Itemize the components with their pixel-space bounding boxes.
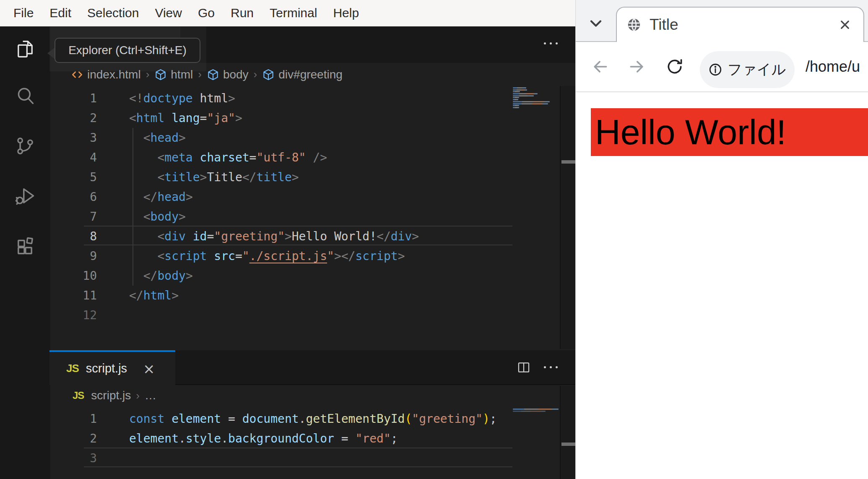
minimap-line [513, 89, 527, 91]
code-line-4: <meta charset="utf-8" /> [129, 148, 327, 167]
tab-label: script.js [86, 362, 127, 375]
tab-script-js[interactable]: JS script.js × [49, 350, 175, 385]
tooltip-arrow [47, 47, 55, 59]
activity-bar [0, 26, 50, 479]
vscode-menubar: FileEditSelectionViewGoRunTerminalHelp [0, 0, 575, 26]
menu-item-help[interactable]: Help [325, 6, 367, 20]
explorer-icon[interactable] [14, 38, 36, 60]
code-line-2: element.style.backgroundColor = "red"; [129, 429, 398, 448]
line-number: 1 [63, 409, 97, 429]
line-number: 7 [63, 207, 97, 226]
editor-more-actions-button[interactable] [544, 42, 558, 44]
minimap-line [513, 95, 534, 96]
code-line-8: <div id="greeting">Hello World!</div> [129, 226, 419, 246]
browser-tab-close-icon[interactable] [837, 17, 852, 32]
split-editor-button[interactable] [517, 360, 531, 375]
panel-minimap[interactable] [513, 409, 560, 412]
extensions-icon[interactable] [14, 236, 36, 258]
breadcrumb-item-div-greeting[interactable]: div#greeting [278, 68, 343, 81]
js-file-icon: JS [73, 390, 84, 401]
breadcrumb-item-body[interactable]: body [223, 68, 249, 81]
minimap-line [513, 91, 520, 92]
screenshot-root: FileEditSelectionViewGoRunTerminalHelp [0, 0, 868, 479]
line-number: 8 [63, 226, 97, 246]
search-icon[interactable] [14, 85, 36, 107]
line-number: 2 [63, 429, 97, 448]
symbol-cube-icon [262, 68, 275, 81]
browser-tab-title[interactable]: Title [616, 7, 864, 42]
menu-item-file[interactable]: File [5, 6, 42, 20]
explorer-tooltip: Explorer (Ctrl+Shift+E) [55, 38, 200, 63]
line-number: 3 [63, 448, 97, 468]
line-number: 12 [63, 305, 97, 325]
line-number: 6 [63, 187, 97, 207]
minimap-line [513, 103, 548, 104]
minimap-line [513, 93, 538, 94]
line-number: 11 [63, 286, 97, 305]
greeting-div: Hello World! [591, 108, 868, 156]
minimap[interactable] [513, 87, 560, 109]
file-scheme-chip: ファイル [728, 60, 786, 79]
forward-button-icon[interactable] [628, 57, 646, 76]
line-number: 9 [63, 246, 97, 266]
code-line-7: <body> [129, 207, 186, 226]
code-line-3: <head> [129, 128, 186, 148]
breadcrumb-separator: › [254, 68, 257, 81]
code-line-5: <title>Title</title> [129, 167, 299, 187]
browser-page-content: Hello World! [576, 92, 868, 479]
tab-close-icon[interactable]: × [143, 362, 155, 376]
reload-button-icon[interactable] [665, 57, 684, 76]
code-line-2: <html lang="ja"> [129, 108, 242, 128]
line-number: 4 [63, 148, 97, 167]
menu-item-selection[interactable]: Selection [79, 6, 147, 20]
indent-guide [133, 128, 133, 286]
current-line-highlight [84, 448, 512, 467]
minimap-line [513, 105, 519, 106]
breadcrumb-separator: › [136, 389, 140, 402]
source-control-icon[interactable] [14, 135, 36, 157]
breadcrumb-item-script-js[interactable]: script.js [91, 389, 131, 402]
minimap-line [513, 99, 518, 100]
code-line-1: <!doctype html> [129, 89, 235, 108]
code-line-10: </body> [129, 266, 193, 286]
menu-item-edit[interactable]: Edit [42, 6, 79, 20]
line-number: 1 [63, 89, 97, 108]
code-line-6: </head> [129, 187, 193, 207]
code-line-1: const element = document.getElementById(… [129, 409, 497, 429]
browser-window: Title ファイル [575, 0, 868, 479]
menu-item-terminal[interactable]: Terminal [262, 6, 325, 20]
browser-tab-label: Title [650, 16, 837, 34]
panel-breadcrumb: JSscript.js›… [73, 386, 156, 405]
address-bar[interactable]: ファイル [700, 51, 795, 88]
back-button-icon[interactable] [591, 57, 609, 76]
minimap-line [513, 107, 519, 108]
minimap-line [513, 409, 559, 410]
globe-favicon-icon [626, 17, 642, 33]
minimap-line [513, 87, 526, 89]
browser-toolbar: ファイル /home/u [576, 42, 868, 91]
panel-group-header: JS script.js × [50, 350, 575, 385]
tab-search-chevron-icon[interactable] [587, 14, 605, 31]
menu-item-view[interactable]: View [147, 6, 190, 20]
browser-tabstrip: Title [576, 0, 868, 42]
code-line-9: <script src="./script.js"></script> [129, 246, 405, 266]
minimap-line [513, 97, 519, 98]
vscode-window: FileEditSelectionViewGoRunTerminalHelp [0, 0, 575, 479]
panel-more-actions-button[interactable] [544, 366, 558, 368]
info-icon[interactable] [708, 62, 722, 77]
line-number: 5 [63, 167, 97, 187]
panel-scrollbar[interactable] [560, 386, 575, 479]
code-line-11: </html> [129, 286, 179, 305]
breadcrumb-item--[interactable]: … [145, 389, 156, 402]
minimap-line [513, 411, 546, 412]
menu-item-go[interactable]: Go [190, 6, 223, 20]
js-file-icon: JS [66, 362, 79, 375]
minimap-line [513, 101, 550, 102]
run-debug-icon[interactable] [14, 185, 36, 207]
scrollbar[interactable] [560, 86, 575, 349]
url-text[interactable]: /home/u [806, 42, 860, 91]
line-number: 3 [63, 128, 97, 148]
symbol-cube-icon [207, 68, 219, 81]
menu-item-run[interactable]: Run [223, 6, 262, 20]
line-number: 2 [63, 108, 97, 128]
